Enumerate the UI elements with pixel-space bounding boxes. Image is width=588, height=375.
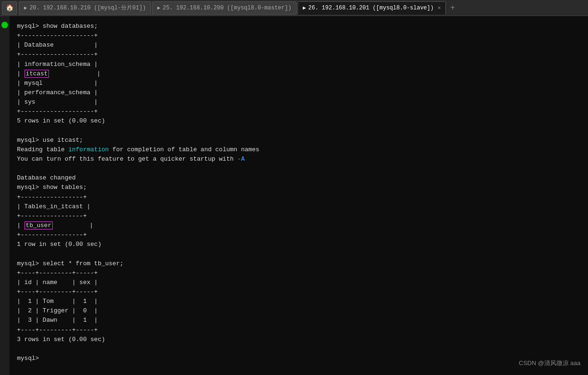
terminal-area[interactable]: mysql> show databases; +----------------…	[9, 16, 588, 375]
sidebar-indicator	[0, 16, 9, 375]
main-content: mysql> show databases; +----------------…	[0, 16, 588, 375]
tab-3[interactable]: ▶ 26. 192.168.10.201 ([mysql8.0-slave]) …	[298, 1, 446, 15]
tab-1-label: 20. 192.168.10.210 ([mysql-分片01])	[30, 4, 146, 12]
home-button[interactable]: 🏠	[2, 1, 17, 15]
tab-2-icon: ▶	[157, 5, 161, 11]
tab-1-icon: ▶	[24, 5, 27, 11]
tab-2[interactable]: ▶ 25. 192.168.10.200 ([mysql8.0-master])	[152, 1, 297, 15]
tab-2-label: 25. 192.168.10.200 ([mysql8.0-master])	[163, 5, 292, 11]
tab-3-label: 26. 192.168.10.201 ([mysql8.0-slave])	[308, 5, 434, 11]
add-tab-button[interactable]: +	[447, 2, 458, 14]
tab-1[interactable]: ▶ 20. 192.168.10.210 ([mysql-分片01])	[19, 1, 151, 15]
tab-3-close[interactable]: ✕	[437, 4, 441, 11]
terminal-output: mysql> show databases; +----------------…	[17, 22, 580, 363]
tab-3-icon: ▶	[303, 5, 306, 11]
connection-status-dot	[1, 22, 8, 28]
tab-bar: 🏠 ▶ 20. 192.168.10.210 ([mysql-分片01]) ▶ …	[0, 0, 588, 16]
